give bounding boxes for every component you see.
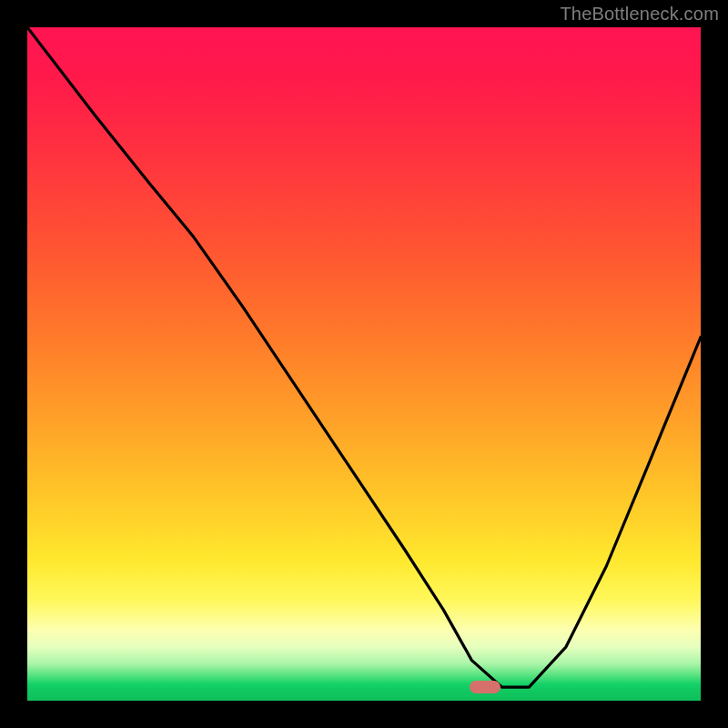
bottleneck-curve [27, 27, 701, 701]
optimal-point-marker [470, 681, 500, 693]
outer-frame: TheBottleneck.com [0, 0, 728, 728]
watermark-text: TheBottleneck.com [560, 4, 719, 25]
plot-area [27, 27, 701, 701]
